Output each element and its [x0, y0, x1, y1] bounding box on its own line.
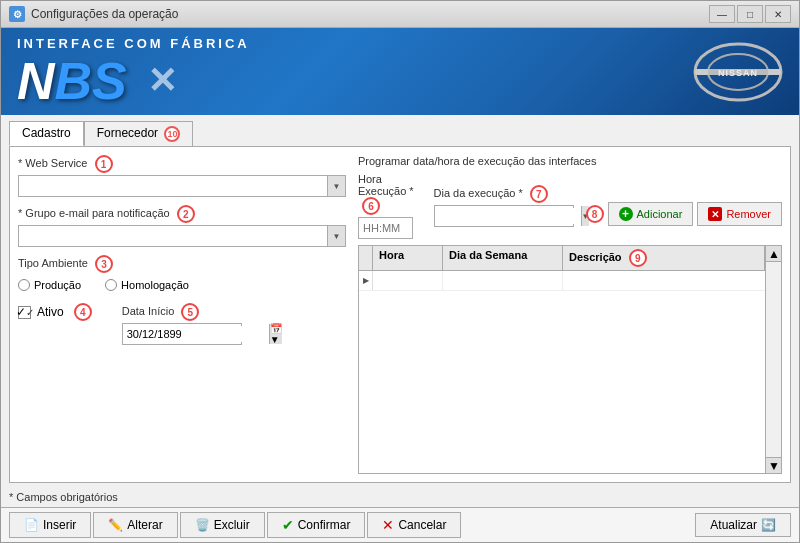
tipo-ambiente-section: Tipo Ambiente 3 Produção Homologação	[18, 255, 346, 295]
bottom-toolbar: 📄 Inserir ✏️ Alterar 🗑️ Excluir ✔ Confir…	[1, 507, 799, 542]
schedule-buttons: 8 + Adicionar ✕ Remover	[582, 202, 782, 226]
scrollbar: ▲ ▼	[765, 246, 781, 473]
grupo-email-dropdown-btn[interactable]: ▼	[327, 226, 345, 246]
toolbar-right: Atualizar 🔄	[695, 513, 791, 537]
nissan-logo: NISSAN	[693, 42, 783, 102]
cancelar-button[interactable]: ✕ Cancelar	[367, 512, 461, 538]
grid-body[interactable]: ▶	[359, 271, 765, 473]
data-inicio-field: Data Início 5 📅▼	[122, 303, 242, 345]
header-band: INTERFACE COM FÁBRICA N BS ✕ NISSAN	[1, 28, 799, 115]
grupo-email-label: * Grupo e-mail para notificação 2	[18, 205, 346, 223]
row-desc	[563, 271, 765, 290]
atualizar-icon: 🔄	[761, 518, 776, 532]
web-service-field: * Web Service 1 ▼	[18, 155, 346, 197]
add-button[interactable]: + Adicionar	[608, 202, 694, 226]
confirm-tick-icon: ✔	[282, 517, 294, 533]
radio-homologacao[interactable]: Homologação	[105, 279, 189, 291]
atualizar-label: Atualizar	[710, 518, 757, 532]
logo-bs: BS	[55, 55, 127, 107]
window-icon: ⚙	[9, 6, 25, 22]
tab-fornecedor[interactable]: Fornecedor 10	[84, 121, 194, 146]
close-button[interactable]: ✕	[765, 5, 791, 23]
confirmar-button[interactable]: ✔ Confirmar	[267, 512, 366, 538]
remove-button[interactable]: ✕ Remover	[697, 202, 782, 226]
grid-first-row: ▶	[359, 271, 765, 291]
alterar-label: Alterar	[127, 518, 162, 532]
excluir-label: Excluir	[214, 518, 250, 532]
radio-homologacao-circle[interactable]	[105, 279, 117, 291]
scrollbar-track	[766, 262, 781, 457]
alterar-icon: ✏️	[108, 518, 123, 532]
radio-producao-label: Produção	[34, 279, 81, 291]
radio-producao-circle[interactable]	[18, 279, 30, 291]
window-controls: — □ ✕	[709, 5, 791, 23]
right-panel: Programar data/hora de execução das inte…	[358, 155, 782, 474]
col-hora: Hora	[373, 246, 443, 270]
dia-exec-label: Dia da execução * 7	[434, 185, 574, 203]
excluir-icon: 🗑️	[195, 518, 210, 532]
data-inicio-input[interactable]	[123, 326, 269, 342]
col-dia: Dia da Semana	[443, 246, 563, 270]
schedule-grid: Hora Dia da Semana Descrição 9 ▶	[358, 245, 782, 474]
ativo-badge: 4	[74, 303, 92, 321]
header-title: INTERFACE COM FÁBRICA	[17, 36, 250, 51]
title-bar: ⚙ Configurações da operação — □ ✕	[1, 1, 799, 28]
logo-x: ✕	[147, 60, 177, 102]
header-inner: INTERFACE COM FÁBRICA N BS ✕ NISSAN	[17, 36, 783, 107]
tab-fornecedor-label: Fornecedor	[97, 126, 158, 140]
data-inicio-label: Data Início 5	[122, 303, 242, 321]
dia-exec-input[interactable]	[435, 208, 581, 224]
data-inicio-input-group[interactable]: 📅▼	[122, 323, 242, 345]
add-remove-badge: 8	[586, 205, 604, 223]
svg-text:NISSAN: NISSAN	[718, 68, 758, 78]
ativo-checkbox[interactable]: ✓	[18, 306, 31, 319]
hora-exec-input[interactable]	[358, 217, 413, 239]
web-service-combo[interactable]: ▼	[18, 175, 346, 197]
add-label: Adicionar	[637, 208, 683, 220]
inserir-icon: 📄	[24, 518, 39, 532]
tipo-ambiente-badge: 3	[95, 255, 113, 273]
scrollbar-down-btn[interactable]: ▼	[766, 457, 782, 473]
add-circle-icon: +	[619, 207, 633, 221]
required-note: * Campos obrigatórios	[1, 487, 799, 507]
web-service-dropdown-btn[interactable]: ▼	[327, 176, 345, 196]
date-picker-btn[interactable]: 📅▼	[269, 324, 282, 344]
grupo-email-combo[interactable]: ▼	[18, 225, 346, 247]
title-bar-left: ⚙ Configurações da operação	[9, 6, 178, 22]
grupo-email-input[interactable]	[19, 226, 327, 246]
ativo-label: Ativo	[37, 305, 64, 319]
grid-inner: Hora Dia da Semana Descrição 9 ▶	[359, 246, 781, 473]
row-hora	[373, 271, 443, 290]
excluir-button[interactable]: 🗑️ Excluir	[180, 512, 265, 538]
dia-exec-combo[interactable]: ▼	[434, 205, 574, 227]
cancel-x-icon: ✕	[382, 517, 394, 533]
grid-badge: 9	[629, 249, 647, 267]
web-service-label: * Web Service 1	[18, 155, 346, 173]
radio-producao[interactable]: Produção	[18, 279, 81, 291]
tab-cadastro-label: Cadastro	[22, 126, 71, 140]
window-title: Configurações da operação	[31, 7, 178, 21]
inserir-button[interactable]: 📄 Inserir	[9, 512, 91, 538]
atualizar-button[interactable]: Atualizar 🔄	[695, 513, 791, 537]
tipo-ambiente-group: Produção Homologação	[18, 275, 346, 295]
nbs-logo: N BS ✕	[17, 55, 250, 107]
minimize-button[interactable]: —	[709, 5, 735, 23]
left-panel: * Web Service 1 ▼ * Grupo e-mail para no…	[18, 155, 358, 474]
hora-exec-badge: 6	[362, 197, 380, 215]
radio-homologacao-label: Homologação	[121, 279, 189, 291]
col-desc: Descrição 9	[563, 246, 765, 270]
dia-exec-badge: 7	[530, 185, 548, 203]
data-inicio-badge: 5	[181, 303, 199, 321]
schedule-controls-row: Hora Execução * 6 Dia da execução * 7 ▼	[358, 173, 782, 239]
dia-exec-group: Dia da execução * 7 ▼	[434, 185, 574, 227]
tab-cadastro[interactable]: Cadastro	[9, 121, 84, 146]
toolbar-left: 📄 Inserir ✏️ Alterar 🗑️ Excluir ✔ Confir…	[9, 512, 461, 538]
maximize-button[interactable]: □	[737, 5, 763, 23]
row-dia	[443, 271, 563, 290]
alterar-button[interactable]: ✏️ Alterar	[93, 512, 177, 538]
inserir-label: Inserir	[43, 518, 76, 532]
scrollbar-up-btn[interactable]: ▲	[766, 246, 782, 262]
remove-x-icon: ✕	[708, 207, 722, 221]
schedule-title: Programar data/hora de execução das inte…	[358, 155, 782, 167]
web-service-input[interactable]	[19, 176, 327, 196]
